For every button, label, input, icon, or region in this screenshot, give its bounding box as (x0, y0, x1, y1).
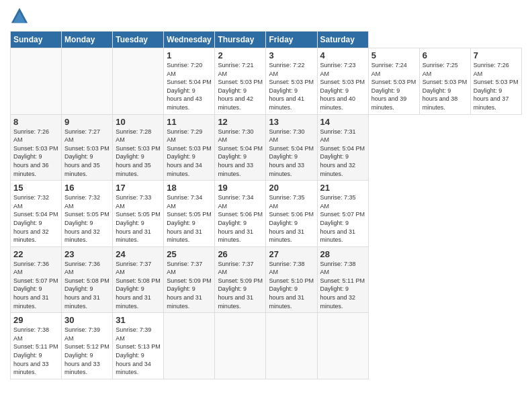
col-header-sunday: Sunday (11, 32, 62, 48)
day-number: 7 (474, 50, 519, 60)
day-info: Sunrise: 7:24 AMSunset: 5:03 PMDaylight:… (371, 62, 416, 111)
week-row-2: 8Sunrise: 7:26 AMSunset: 5:03 PMDaylight… (11, 114, 522, 181)
week-row-4: 22Sunrise: 7:36 AMSunset: 5:07 PMDayligh… (11, 246, 522, 313)
day-info: Sunrise: 7:26 AMSunset: 5:03 PMDaylight:… (474, 62, 519, 111)
day-cell: 16Sunrise: 7:32 AMSunset: 5:05 PMDayligh… (62, 181, 113, 247)
col-header-thursday: Thursday (215, 32, 266, 48)
day-cell: 1Sunrise: 7:20 AMSunset: 5:04 PMDaylight… (164, 48, 215, 115)
day-cell (164, 313, 215, 379)
day-number: 3 (269, 50, 314, 60)
calendar-table: SundayMondayTuesdayWednesdayThursdayFrid… (10, 31, 522, 379)
day-number: 30 (64, 315, 109, 325)
day-cell: 5Sunrise: 7:24 AMSunset: 5:03 PMDaylight… (368, 48, 419, 115)
day-cell: 19Sunrise: 7:34 AMSunset: 5:06 PMDayligh… (215, 181, 266, 247)
day-cell: 31Sunrise: 7:39 AMSunset: 5:13 PMDayligh… (113, 313, 164, 379)
day-cell: 9Sunrise: 7:27 AMSunset: 5:03 PMDaylight… (62, 114, 113, 181)
day-cell: 8Sunrise: 7:26 AMSunset: 5:03 PMDaylight… (11, 114, 62, 181)
col-header-monday: Monday (62, 32, 113, 48)
day-cell: 17Sunrise: 7:33 AMSunset: 5:05 PMDayligh… (113, 181, 164, 247)
day-info: Sunrise: 7:21 AMSunset: 5:03 PMDaylight:… (218, 62, 263, 111)
day-info: Sunrise: 7:37 AMSunset: 5:09 PMDaylight:… (167, 261, 212, 310)
day-info: Sunrise: 7:36 AMSunset: 5:07 PMDaylight:… (13, 261, 58, 310)
day-number: 20 (269, 183, 314, 193)
day-info: Sunrise: 7:32 AMSunset: 5:04 PMDaylight:… (13, 194, 58, 243)
day-number: 6 (423, 50, 468, 60)
day-number: 21 (320, 183, 365, 193)
day-info: Sunrise: 7:32 AMSunset: 5:05 PMDaylight:… (64, 194, 109, 243)
logo-icon (10, 7, 29, 26)
day-cell: 4Sunrise: 7:23 AMSunset: 5:03 PMDaylight… (317, 48, 368, 115)
day-number: 18 (167, 183, 212, 193)
day-info: Sunrise: 7:39 AMSunset: 5:13 PMDaylight:… (116, 326, 161, 375)
day-number: 14 (320, 117, 365, 127)
day-number: 17 (116, 183, 161, 193)
day-number: 27 (269, 249, 314, 259)
day-info: Sunrise: 7:26 AMSunset: 5:03 PMDaylight:… (13, 128, 58, 177)
day-number: 10 (116, 117, 161, 127)
week-row-3: 15Sunrise: 7:32 AMSunset: 5:04 PMDayligh… (11, 181, 522, 247)
day-cell: 20Sunrise: 7:35 AMSunset: 5:06 PMDayligh… (266, 181, 317, 247)
day-info: Sunrise: 7:37 AMSunset: 5:08 PMDaylight:… (116, 261, 161, 310)
header-row: SundayMondayTuesdayWednesdayThursdayFrid… (11, 32, 522, 48)
day-number: 22 (13, 249, 58, 259)
day-cell: 25Sunrise: 7:37 AMSunset: 5:09 PMDayligh… (164, 246, 215, 313)
calendar-page: SundayMondayTuesdayWednesdayThursdayFrid… (0, 0, 532, 411)
day-cell: 10Sunrise: 7:28 AMSunset: 5:03 PMDayligh… (113, 114, 164, 181)
day-info: Sunrise: 7:38 AMSunset: 5:11 PMDaylight:… (13, 326, 58, 375)
day-info: Sunrise: 7:22 AMSunset: 5:03 PMDaylight:… (269, 62, 314, 111)
day-cell: 24Sunrise: 7:37 AMSunset: 5:08 PMDayligh… (113, 246, 164, 313)
day-number: 19 (218, 183, 263, 193)
day-info: Sunrise: 7:33 AMSunset: 5:05 PMDaylight:… (116, 194, 161, 243)
day-number: 31 (116, 315, 161, 325)
day-cell: 27Sunrise: 7:38 AMSunset: 5:10 PMDayligh… (266, 246, 317, 313)
day-cell: 28Sunrise: 7:38 AMSunset: 5:11 PMDayligh… (317, 246, 368, 313)
day-info: Sunrise: 7:36 AMSunset: 5:08 PMDaylight:… (64, 261, 109, 310)
day-cell: 11Sunrise: 7:29 AMSunset: 5:03 PMDayligh… (164, 114, 215, 181)
day-info: Sunrise: 7:25 AMSunset: 5:03 PMDaylight:… (423, 62, 468, 111)
week-row-5: 29Sunrise: 7:38 AMSunset: 5:11 PMDayligh… (11, 313, 522, 379)
day-cell (62, 48, 113, 115)
day-cell: 2Sunrise: 7:21 AMSunset: 5:03 PMDaylight… (215, 48, 266, 115)
day-cell (11, 48, 62, 115)
logo (10, 7, 32, 26)
day-number: 24 (116, 249, 161, 259)
day-info: Sunrise: 7:27 AMSunset: 5:03 PMDaylight:… (64, 128, 109, 177)
day-info: Sunrise: 7:34 AMSunset: 5:05 PMDaylight:… (167, 194, 212, 243)
day-cell: 22Sunrise: 7:36 AMSunset: 5:07 PMDayligh… (11, 246, 62, 313)
header (10, 7, 522, 26)
day-cell: 15Sunrise: 7:32 AMSunset: 5:04 PMDayligh… (11, 181, 62, 247)
day-cell: 13Sunrise: 7:30 AMSunset: 5:04 PMDayligh… (266, 114, 317, 181)
day-cell: 26Sunrise: 7:37 AMSunset: 5:09 PMDayligh… (215, 246, 266, 313)
day-cell (317, 313, 368, 379)
day-number: 15 (13, 183, 58, 193)
day-info: Sunrise: 7:38 AMSunset: 5:11 PMDaylight:… (320, 261, 365, 310)
day-number: 25 (167, 249, 212, 259)
day-number: 1 (167, 50, 212, 60)
day-cell (266, 313, 317, 379)
day-info: Sunrise: 7:28 AMSunset: 5:03 PMDaylight:… (116, 128, 161, 177)
col-header-wednesday: Wednesday (164, 32, 215, 48)
day-info: Sunrise: 7:30 AMSunset: 5:04 PMDaylight:… (269, 128, 314, 177)
day-cell (215, 313, 266, 379)
day-info: Sunrise: 7:39 AMSunset: 5:12 PMDaylight:… (64, 326, 109, 375)
col-header-tuesday: Tuesday (113, 32, 164, 48)
col-header-saturday: Saturday (317, 32, 368, 48)
day-number: 26 (218, 249, 263, 259)
day-info: Sunrise: 7:23 AMSunset: 5:03 PMDaylight:… (320, 62, 365, 111)
day-info: Sunrise: 7:34 AMSunset: 5:06 PMDaylight:… (218, 194, 263, 243)
day-number: 12 (218, 117, 263, 127)
day-cell: 6Sunrise: 7:25 AMSunset: 5:03 PMDaylight… (419, 48, 470, 115)
day-cell (113, 48, 164, 115)
day-cell: 3Sunrise: 7:22 AMSunset: 5:03 PMDaylight… (266, 48, 317, 115)
day-cell: 12Sunrise: 7:30 AMSunset: 5:04 PMDayligh… (215, 114, 266, 181)
day-info: Sunrise: 7:35 AMSunset: 5:06 PMDaylight:… (269, 194, 314, 243)
day-number: 28 (320, 249, 365, 259)
day-cell: 30Sunrise: 7:39 AMSunset: 5:12 PMDayligh… (62, 313, 113, 379)
day-info: Sunrise: 7:31 AMSunset: 5:04 PMDaylight:… (320, 128, 365, 177)
day-cell: 18Sunrise: 7:34 AMSunset: 5:05 PMDayligh… (164, 181, 215, 247)
day-number: 16 (64, 183, 109, 193)
day-info: Sunrise: 7:37 AMSunset: 5:09 PMDaylight:… (218, 261, 263, 310)
day-cell: 7Sunrise: 7:26 AMSunset: 5:03 PMDaylight… (470, 48, 521, 115)
day-number: 13 (269, 117, 314, 127)
day-number: 29 (13, 315, 58, 325)
